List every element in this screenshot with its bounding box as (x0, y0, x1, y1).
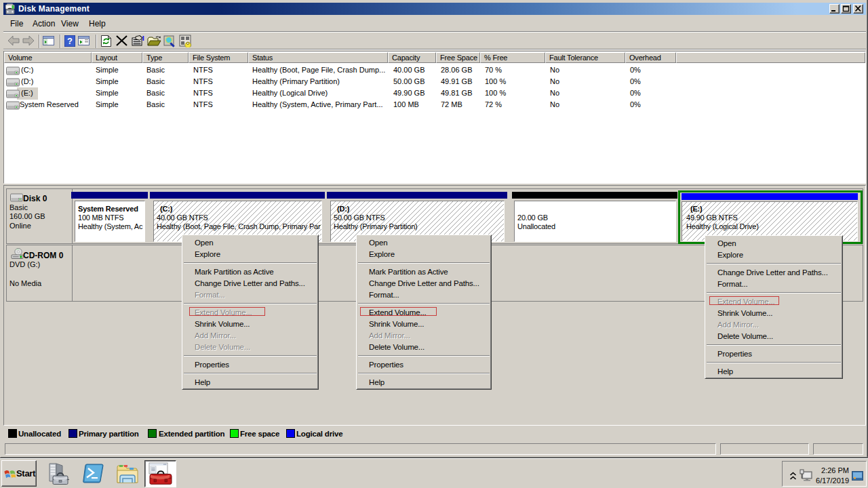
svg-text:?: ? (67, 36, 73, 46)
